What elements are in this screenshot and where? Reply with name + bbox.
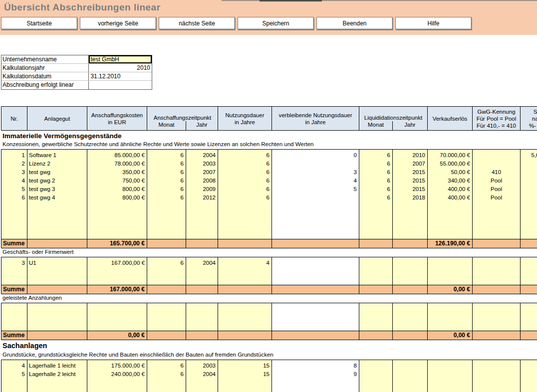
summe-cell-lmonat[interactable]: [359, 285, 393, 294]
summe-cell-kosten[interactable]: 0,00 €: [87, 331, 147, 340]
cell-verkauf[interactable]: [428, 362, 472, 370]
cell-anlagegut[interactable]: test gwg 4: [27, 194, 87, 202]
summe-cell-lmonat[interactable]: [359, 239, 393, 248]
cell-kosten[interactable]: 85.000,00 €: [87, 151, 147, 160]
cell-ajahr[interactable]: 2003: [186, 362, 218, 370]
summe-cell-kosten[interactable]: 167.000,00 €: [87, 285, 147, 294]
abschreibung-linear-cell[interactable]: [89, 81, 152, 89]
cell-gwg[interactable]: Pool: [473, 177, 520, 185]
cell-lmonat[interactable]: 6: [359, 194, 392, 202]
summe-cell-amonat[interactable]: [147, 239, 186, 248]
cell-verkauf[interactable]: [428, 259, 472, 267]
cell-amonat[interactable]: 6: [147, 194, 186, 202]
cell-verkauf[interactable]: 70.000,00 €: [428, 151, 472, 160]
summe-cell-nutzung[interactable]: [218, 285, 272, 294]
summe-cell-amonat[interactable]: [147, 331, 186, 340]
cell-verbleib[interactable]: 5: [272, 185, 359, 194]
summe-cell-ajahr[interactable]: [186, 285, 218, 294]
summe-cell-ajahr[interactable]: [186, 331, 218, 340]
cell-ajahr[interactable]: 2004: [186, 259, 218, 267]
cell-sonder[interactable]: [521, 160, 537, 168]
cell-sonder[interactable]: [521, 194, 537, 202]
cell-amonat[interactable]: 6: [147, 151, 186, 160]
unternehmensname-cell[interactable]: test GmbH: [89, 55, 152, 63]
cell-ljahr[interactable]: 2007: [393, 160, 427, 168]
cell-kosten[interactable]: 750,00 €: [87, 177, 147, 185]
cell-verbleib[interactable]: [272, 160, 359, 168]
cell-ljahr[interactable]: 2015: [393, 185, 427, 194]
cell-nutzung[interactable]: 6: [218, 185, 271, 194]
cell-nutzung[interactable]: 15: [218, 370, 271, 379]
cell-verbleib[interactable]: 8: [272, 362, 359, 370]
cell-amonat[interactable]: 6: [147, 177, 186, 185]
summe-cell-nutzung[interactable]: [218, 239, 272, 248]
cell-nr[interactable]: 3: [1, 168, 27, 177]
cell-nr[interactable]: 3: [1, 259, 27, 267]
cell-verbleib[interactable]: 0: [272, 151, 359, 160]
cell-nutzung[interactable]: 6: [218, 177, 271, 185]
summe-cell-gwg[interactable]: [473, 285, 521, 294]
summe-cell-amonat[interactable]: [147, 285, 186, 294]
cell-nutzung[interactable]: 6: [218, 151, 271, 160]
cell-ljahr[interactable]: [393, 370, 427, 379]
cell-nr[interactable]: 5: [1, 185, 27, 194]
summe-cell-lmonat[interactable]: [359, 331, 393, 340]
summe-cell-anlagegut[interactable]: [27, 285, 87, 294]
cell-gwg[interactable]: Pool: [473, 194, 520, 202]
cell-kosten[interactable]: 167.000,00 €: [87, 259, 147, 267]
summe-cell-anlagegut[interactable]: [27, 239, 87, 248]
summe-cell-verbleib[interactable]: [272, 331, 359, 340]
cell-gwg[interactable]: 410: [473, 168, 520, 177]
cell-nutzung[interactable]: 6: [218, 168, 271, 177]
cell-ajahr[interactable]: 2012: [186, 194, 218, 202]
cell-lmonat[interactable]: 6: [359, 185, 392, 194]
cell-gwg[interactable]: [473, 151, 520, 160]
cell-ljahr[interactable]: 2015: [393, 177, 427, 185]
cell-ajahr[interactable]: 2004: [186, 370, 218, 379]
cell-nr[interactable]: 6: [1, 194, 27, 202]
summe-cell-ljahr[interactable]: [393, 285, 428, 294]
cell-verbleib[interactable]: [272, 194, 359, 202]
cell-nutzung[interactable]: 4: [218, 259, 271, 267]
cell-anlagegut[interactable]: Software 1: [27, 151, 87, 160]
summe-cell-ajahr[interactable]: [186, 239, 218, 248]
cell-amonat[interactable]: 6: [147, 259, 186, 267]
summe-cell-verkauf[interactable]: 0,00 €: [428, 285, 473, 294]
cell-gwg[interactable]: Pool: [473, 185, 520, 194]
cell-sonder[interactable]: [521, 370, 537, 379]
summe-cell-nutzung[interactable]: [218, 331, 272, 340]
cell-lmonat[interactable]: [359, 370, 392, 379]
cell-verkauf[interactable]: 55.000,00 €: [428, 160, 472, 168]
summe-cell-verkauf[interactable]: 126.190,00 €: [428, 239, 473, 248]
cell-verkauf[interactable]: [428, 370, 472, 379]
cell-ljahr[interactable]: 2018: [393, 194, 427, 202]
cell-ajahr[interactable]: 2004: [186, 151, 218, 160]
cell-kosten[interactable]: 800,00 €: [87, 185, 147, 194]
cell-sonder[interactable]: [521, 362, 537, 370]
cell-sonder[interactable]: [521, 259, 537, 267]
summe-cell-gwg[interactable]: [473, 331, 521, 340]
cell-verbleib[interactable]: 4: [272, 177, 359, 185]
cell-anlagegut[interactable]: test gwg 3: [27, 185, 87, 194]
cell-lmonat[interactable]: 6: [359, 160, 392, 168]
cell-kosten[interactable]: 350,00 €: [87, 168, 147, 177]
cell-nr[interactable]: 5: [1, 370, 27, 379]
cell-ajahr[interactable]: 2007: [186, 168, 218, 177]
cell-sonder[interactable]: [521, 168, 537, 177]
summe-cell-sonder[interactable]: [521, 239, 537, 248]
cell-ajahr[interactable]: 2003: [186, 160, 218, 168]
summe-cell-anlagegut[interactable]: [27, 331, 87, 340]
cell-gwg[interactable]: [473, 362, 520, 370]
cell-anlagegut[interactable]: Lagerhalle 2 leicht: [27, 370, 87, 379]
cell-verkauf[interactable]: 400,00 €: [428, 185, 472, 194]
summe-cell-gwg[interactable]: [473, 239, 521, 248]
cell-kosten[interactable]: 240.000,00 €: [87, 370, 147, 379]
summe-cell-sonder[interactable]: [521, 331, 537, 340]
cell-verbleib[interactable]: [272, 259, 359, 267]
cell-nr[interactable]: 2: [1, 160, 27, 168]
cell-lmonat[interactable]: [359, 259, 392, 267]
cell-ljahr[interactable]: [393, 259, 427, 267]
summe-cell-verbleib[interactable]: [272, 285, 359, 294]
cell-verkauf[interactable]: 50,00 €: [428, 168, 472, 177]
kalkulationsjahr-cell[interactable]: 2010: [89, 64, 152, 72]
